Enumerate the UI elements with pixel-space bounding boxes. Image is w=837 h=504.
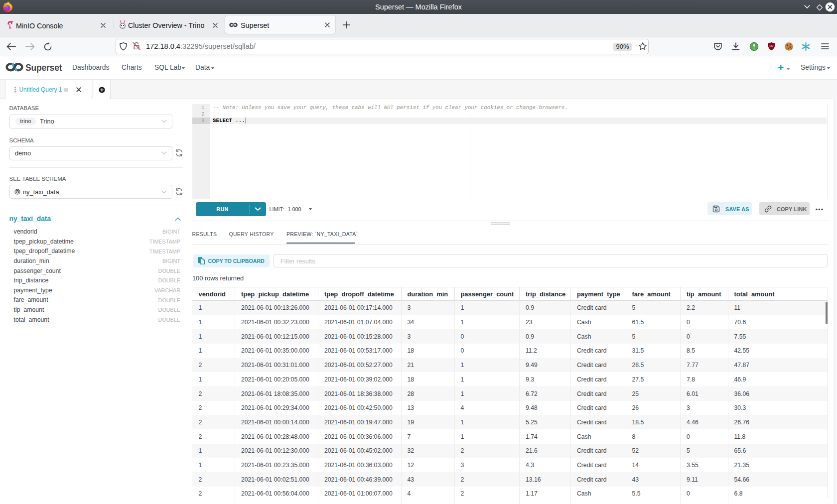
svg-text:uO: uO: [769, 44, 773, 47]
